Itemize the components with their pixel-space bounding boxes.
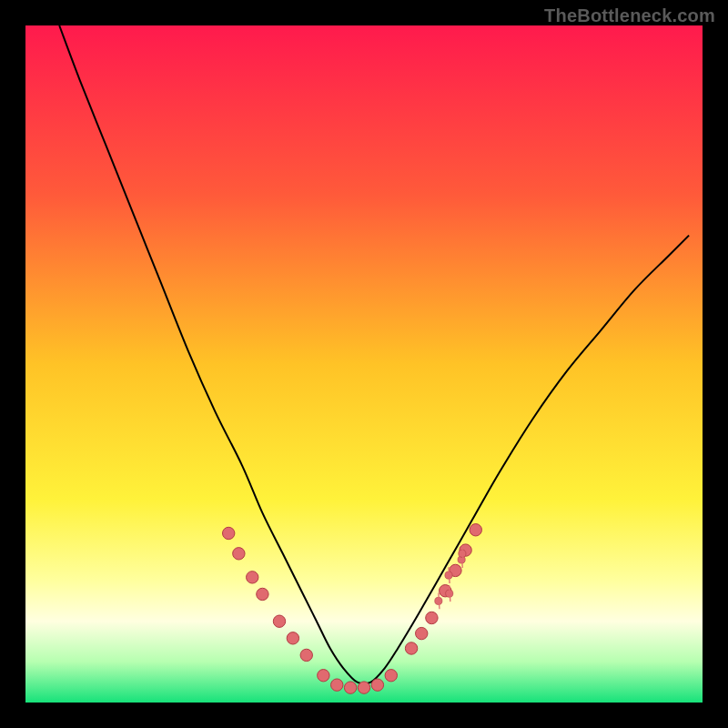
curve-marker xyxy=(257,588,268,600)
gradient-background xyxy=(25,25,703,703)
curve-marker xyxy=(371,679,383,691)
curve-marker xyxy=(247,571,258,583)
curve-marker xyxy=(385,670,397,682)
curve-marker xyxy=(344,682,356,693)
curve-marker xyxy=(223,527,235,539)
curve-marker xyxy=(405,642,417,654)
curve-marker xyxy=(416,627,428,639)
watermark-text: TheBottleneck.com xyxy=(544,5,715,26)
curve-marker xyxy=(331,679,343,691)
curve-marker xyxy=(358,682,369,693)
curve-marker xyxy=(426,612,438,623)
plot-area xyxy=(25,25,703,703)
curve-marker xyxy=(318,670,329,682)
curve-marker xyxy=(287,632,298,644)
curve-marker xyxy=(233,548,245,560)
curve-marker xyxy=(300,649,312,661)
chart-svg xyxy=(25,25,703,703)
chart-frame: TheBottleneck.com xyxy=(0,0,728,728)
curve-marker xyxy=(273,615,285,627)
curve-marker xyxy=(470,524,481,536)
